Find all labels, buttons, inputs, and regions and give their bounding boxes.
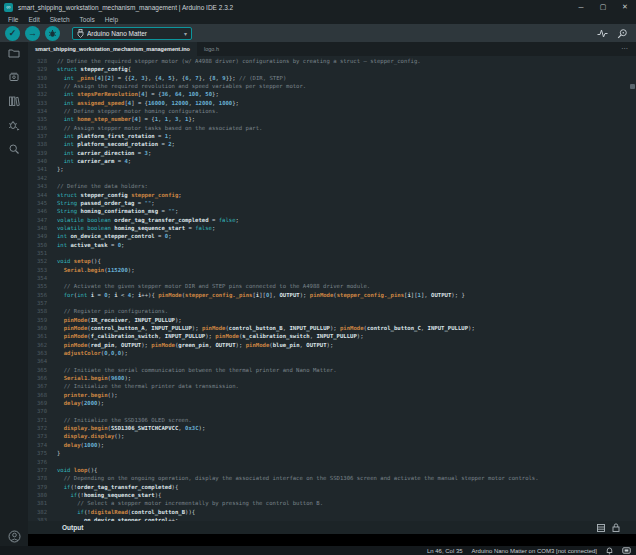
boards-manager-icon[interactable]: [7, 70, 21, 84]
code-text: pinMode(IR_receiver, INPUT_PULLUP);: [55, 316, 182, 324]
board-selector-dropdown[interactable]: Arduino Nano Matter ▾: [72, 27, 192, 40]
code-line: 330 int _pins[4][2] = {{2, 3}, {4, 5}, {…: [28, 74, 636, 82]
line-number: 335: [28, 115, 55, 123]
code-text: // Select a stepper motor incrementally …: [55, 499, 323, 507]
verify-button[interactable]: ✓: [5, 26, 20, 41]
line-number: 375: [28, 449, 55, 457]
scroll-lock-icon[interactable]: [612, 523, 620, 532]
code-line: 360 pinMode(control_button_A, INPUT_PULL…: [28, 324, 636, 332]
code-text: int platform_second_rotation = 2;: [55, 140, 175, 148]
search-icon[interactable]: [7, 142, 21, 156]
code-text: volatile boolean homing_sequence_start =…: [55, 224, 215, 232]
code-line: 353 Serial.begin(115200);: [28, 266, 636, 274]
code-text: };: [55, 165, 64, 173]
notification-bell-icon[interactable]: [606, 547, 613, 555]
code-text: display.display();: [55, 432, 124, 440]
code-text: [55, 274, 57, 282]
clear-output-icon[interactable]: [597, 524, 605, 532]
menu-sketch[interactable]: Sketch: [45, 16, 75, 23]
menu-file[interactable]: File: [3, 16, 23, 23]
sketchbook-icon[interactable]: [7, 46, 21, 60]
code-line: 362 pinMode(red_pin, OUTPUT); pinMode(gr…: [28, 341, 636, 349]
code-line: 373 display.display();: [28, 432, 636, 440]
code-line: 376: [28, 458, 636, 466]
code-text: String homing_confirmation_msg = "";: [55, 207, 178, 215]
arduino-app-icon: ∞: [4, 3, 13, 12]
code-text: // Define the data holders:: [55, 182, 148, 190]
scrollbar-thumb[interactable]: [630, 84, 635, 89]
code-line: 364: [28, 357, 636, 365]
code-text: void setup(){: [55, 257, 101, 265]
code-text: }: [55, 449, 60, 457]
library-manager-icon[interactable]: [7, 94, 21, 108]
line-number: 372: [28, 424, 55, 432]
code-line: 334 // Define stepper motor homing confi…: [28, 107, 636, 115]
line-number: 382: [28, 508, 55, 516]
debug-icon[interactable]: [7, 118, 21, 132]
line-number: 341: [28, 165, 55, 173]
code-line: 331 // Assign the required revolution an…: [28, 82, 636, 90]
toolbar: ✓ → Arduino Nano Matter ▾: [0, 24, 636, 42]
activity-sidebar: [0, 42, 28, 546]
code-text: int active_task = 0;: [55, 241, 124, 249]
tab-sketch-ino[interactable]: smart_shipping_workstation_mechanism_man…: [28, 42, 197, 56]
menu-help[interactable]: Help: [100, 16, 123, 23]
line-number: 362: [28, 341, 55, 349]
tab-more-actions-icon[interactable]: ⋯: [621, 45, 636, 53]
status-bar: Ln 46, Col 35 Arduino Nano Matter on COM…: [0, 546, 636, 555]
serial-monitor-icon[interactable]: [617, 28, 628, 39]
code-line: 381 // Select a stepper motor incrementa…: [28, 499, 636, 507]
board-icon[interactable]: [622, 547, 631, 554]
upload-button[interactable]: →: [25, 26, 40, 41]
debug-button[interactable]: [45, 26, 60, 41]
code-line: 339 int carrier_direction = 3;: [28, 149, 636, 157]
code-text: pinMode(control_button_A, INPUT_PULLUP);…: [55, 324, 475, 332]
code-text: [55, 299, 57, 307]
tab-logo-h[interactable]: logo.h: [197, 42, 226, 56]
toolbar-right-icons: [597, 28, 628, 39]
code-text: int assigned_speed[4] = {16000, 12000, 1…: [55, 99, 239, 107]
line-number: 359: [28, 316, 55, 324]
close-button[interactable]: ✕: [614, 0, 636, 14]
code-line: 379 if(!order_tag_transfer_completed){: [28, 483, 636, 491]
line-number: 329: [28, 65, 55, 73]
line-number: 378: [28, 474, 55, 482]
editor-scrollbar[interactable]: [629, 56, 636, 521]
serial-plotter-icon[interactable]: [597, 28, 608, 39]
code-line: 354: [28, 274, 636, 282]
account-icon[interactable]: [7, 529, 21, 543]
code-line: 341};: [28, 165, 636, 173]
usb-plug-icon: [77, 29, 84, 38]
code-line: 374 delay(1000);: [28, 441, 636, 449]
line-number: 345: [28, 199, 55, 207]
line-number: 347: [28, 216, 55, 224]
line-number: 366: [28, 374, 55, 382]
code-text: int carrier_arm = 4;: [55, 157, 131, 165]
line-number: 356: [28, 291, 55, 299]
code-text: int stepsPerRevolution[4] = {36, 64, 100…: [55, 90, 219, 98]
code-editor[interactable]: 328// Define the required stepper motor …: [28, 56, 636, 521]
line-number: 336: [28, 124, 55, 132]
code-text: for(int i = 0; i < 4; i++){ pinMode(step…: [55, 291, 465, 299]
minimize-button[interactable]: ─: [570, 0, 592, 14]
code-text: if(!digitalRead(control_button_B)){: [55, 508, 195, 516]
line-number: 381: [28, 499, 55, 507]
code-line: 370: [28, 407, 636, 415]
code-line: 352void setup(){: [28, 257, 636, 265]
window-title: smart_shipping_workstation_mechanism_man…: [18, 4, 233, 11]
line-number: 352: [28, 257, 55, 265]
line-number: 374: [28, 441, 55, 449]
line-number: 331: [28, 82, 55, 90]
code-text: delay(1000);: [55, 441, 104, 449]
output-panel-icons: [597, 523, 620, 532]
title-bar: ∞ smart_shipping_workstation_mechanism_m…: [0, 0, 636, 14]
maximize-button[interactable]: ▢: [592, 0, 614, 14]
output-console[interactable]: [28, 534, 636, 546]
code-line: 345String passed_order_tag = "";: [28, 199, 636, 207]
code-line: 356 for(int i = 0; i < 4; i++){ pinMode(…: [28, 291, 636, 299]
menu-edit[interactable]: Edit: [23, 16, 44, 23]
menu-tools[interactable]: Tools: [75, 16, 100, 23]
code-text: // Register pin configurations.: [55, 307, 168, 315]
line-number: 358: [28, 307, 55, 315]
code-text: struct stepper_config{: [55, 65, 131, 73]
